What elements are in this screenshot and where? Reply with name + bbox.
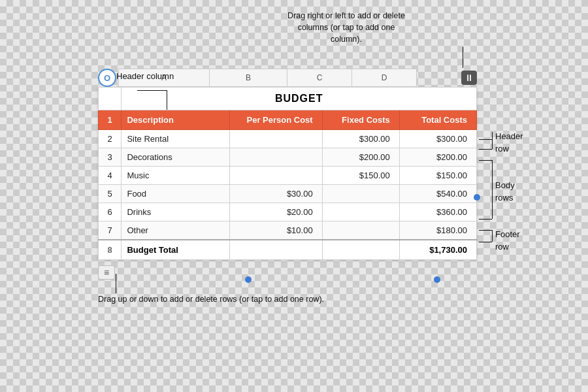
- header-row-label: Headerrow: [495, 131, 523, 155]
- spreadsheet-table: BUDGET 1 Description Per Person Cost Fix…: [98, 87, 477, 260]
- header-column-label: Header column: [116, 71, 174, 83]
- table-row: 3 Decorations $200.00 $200.00: [99, 148, 477, 167]
- cell-per-7[interactable]: $10.00: [229, 221, 322, 240]
- cell-fixed-6[interactable]: [322, 203, 399, 221]
- table-row: 4 Music $150.00 $150.00: [99, 167, 477, 185]
- header-col-h-line: [137, 90, 167, 91]
- row-num-2: 2: [99, 130, 122, 148]
- footer-row-label: Footerrow: [495, 229, 520, 253]
- cell-desc-2[interactable]: Site Rental: [122, 130, 229, 148]
- row-num-3: 3: [99, 148, 122, 167]
- footer-row-line-h2: [479, 242, 492, 242]
- cell-fixed-2[interactable]: $300.00: [322, 130, 399, 148]
- drag-rows-label: Drag up or down to add or delete rows (o…: [98, 295, 324, 304]
- pause-button[interactable]: [461, 71, 477, 85]
- footer-desc[interactable]: Budget Total: [122, 240, 229, 260]
- header-per-person: Per Person Cost: [229, 110, 322, 130]
- table-row: 7 Other $10.00 $180.00: [99, 221, 477, 240]
- header-row-line-v: [492, 132, 493, 149]
- drag-handle-total[interactable]: [434, 276, 440, 283]
- cell-desc-6[interactable]: Drinks: [122, 203, 229, 221]
- footer-row-line-v: [492, 230, 493, 242]
- footer-total[interactable]: $1,730.00: [399, 240, 476, 260]
- title-row-num: [99, 88, 122, 110]
- main-container: Drag right or left to add or delete colu…: [0, 0, 588, 392]
- body-rows-text: Bodyrows: [495, 180, 515, 203]
- cell-desc-4[interactable]: Music: [122, 167, 229, 185]
- row-num-5: 5: [99, 185, 122, 203]
- row-controls-row: ≡: [98, 265, 477, 280]
- footer-row: 8 Budget Total $1,730.00: [99, 240, 477, 260]
- body-rows-line-h2: [479, 219, 492, 220]
- row-control-button[interactable]: ≡: [98, 265, 115, 280]
- table-row: 6 Drinks $20.00 $360.00: [99, 203, 477, 221]
- footer-row-text: Footerrow: [495, 229, 520, 252]
- header-row-line-h: [479, 139, 492, 140]
- cell-total-4[interactable]: $150.00: [399, 167, 476, 185]
- cell-per-4[interactable]: [229, 167, 322, 185]
- col-header-B[interactable]: B: [209, 69, 287, 87]
- header-row-text: Headerrow: [495, 131, 523, 154]
- header-column-text: Header column: [116, 71, 174, 81]
- col-header-D[interactable]: D: [351, 69, 417, 87]
- cell-desc-3[interactable]: Decorations: [122, 148, 229, 167]
- footer-fixed[interactable]: [322, 240, 399, 260]
- header-description: Description: [122, 110, 229, 130]
- cell-fixed-5[interactable]: [322, 185, 399, 203]
- cell-total-5[interactable]: $540.00: [399, 185, 476, 203]
- header-fixed-costs: Fixed Costs: [322, 110, 399, 130]
- cell-fixed-3[interactable]: $200.00: [322, 148, 399, 167]
- header-col-v-line: [167, 90, 167, 110]
- col-header-C[interactable]: C: [287, 69, 352, 87]
- cell-fixed-7[interactable]: [322, 221, 399, 240]
- header-row: 1 Description Per Person Cost Fixed Cost…: [99, 110, 477, 130]
- spreadsheet-wrapper: O A B C D BUDGET 1 Descri: [98, 69, 477, 280]
- table-row: 2 Site Rental $300.00 $300.00: [99, 130, 477, 148]
- footer-row-line-h: [479, 230, 492, 231]
- row-num-4: 4: [99, 167, 122, 185]
- header-total-costs: Total Costs: [399, 110, 476, 130]
- table-row: 5 Food $30.00 $540.00: [99, 185, 477, 203]
- drag-col-line: [463, 47, 463, 68]
- row-num-6: 6: [99, 203, 122, 221]
- row-num-7: 7: [99, 221, 122, 240]
- circle-o-button[interactable]: O: [98, 69, 116, 87]
- header-row-num: 1: [99, 110, 122, 130]
- footer-per[interactable]: [229, 240, 322, 260]
- cell-total-3[interactable]: $200.00: [399, 148, 476, 167]
- cell-total-6[interactable]: $360.00: [399, 203, 476, 221]
- cell-fixed-4[interactable]: $150.00: [322, 167, 399, 185]
- body-rows-line-h: [479, 160, 492, 161]
- drag-handle-per-person[interactable]: [245, 276, 252, 283]
- drag-rows-v-line: [116, 274, 116, 293]
- cell-desc-5[interactable]: Food: [122, 185, 229, 203]
- cell-desc-7[interactable]: Other: [122, 221, 229, 240]
- cell-total-2[interactable]: $300.00: [399, 130, 476, 148]
- drag-columns-label: Drag right or left to add or delete colu…: [287, 11, 405, 44]
- cell-per-3[interactable]: [229, 148, 322, 167]
- cell-per-5[interactable]: $30.00: [229, 185, 322, 203]
- content-area: Drag right or left to add or delete colu…: [39, 10, 549, 382]
- cell-per-2[interactable]: [229, 130, 322, 148]
- drag-handle-body-right[interactable]: [474, 194, 480, 201]
- cell-per-6[interactable]: $20.00: [229, 203, 322, 221]
- body-rows-label: Bodyrows: [495, 180, 515, 204]
- body-rows-line-v: [492, 160, 493, 219]
- cell-total-7[interactable]: $180.00: [399, 221, 476, 240]
- header-row-line-h2: [479, 149, 492, 150]
- spreadsheet-title: BUDGET: [122, 88, 477, 110]
- footer-row-num: 8: [99, 240, 122, 260]
- drag-columns-annotation: Drag right or left to add or delete colu…: [281, 10, 412, 45]
- drag-rows-annotation: Drag up or down to add or delete rows (o…: [98, 293, 324, 306]
